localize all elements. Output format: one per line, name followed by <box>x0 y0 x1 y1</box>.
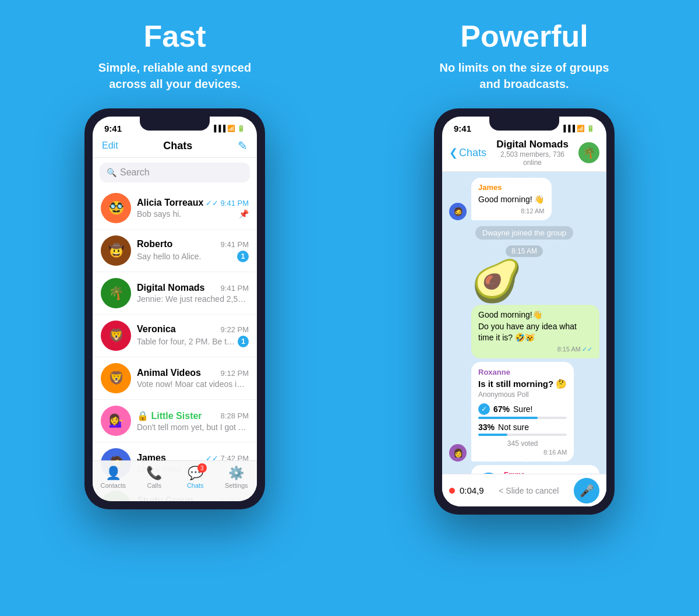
sticker: 🥑 <box>449 261 599 301</box>
left-phone-screen: 9:41 ▐▐▐ 📶 🔋 Edit Chats ✎ 🔍 Search 🥸Alic… <box>93 117 257 501</box>
bubble-time: 8:12 AM <box>478 207 545 216</box>
pin-icon: 📌 <box>239 209 249 219</box>
avatar: 🥸 <box>101 193 131 223</box>
chat-preview: Say hello to Alice. <box>137 252 202 261</box>
bubble-time: 8:15 AM ✓✓ <box>478 345 592 354</box>
chat-item[interactable]: 🌴Digital Nomads9:41 PMJennie: We just re… <box>93 272 257 315</box>
chat-info: Digital Nomads9:41 PMJennie: We just rea… <box>137 283 249 304</box>
chat-info: Animal Videos9:12 PMVote now! Moar cat v… <box>137 368 249 389</box>
tab-item[interactable]: 👤Contacts <box>93 466 134 489</box>
poll-bubble: RoxanneIs it still morning? 🤔Anonymous P… <box>471 362 574 462</box>
record-dot <box>449 488 455 494</box>
left-title: Fast <box>144 19 206 54</box>
message-row: Good morning!👋 Do you have any idea what… <box>449 305 599 358</box>
message-area: 🧔JamesGood morning! 👋8:12 AMDwayne joine… <box>442 172 606 506</box>
chat-preview: Bob says hi. <box>137 209 181 219</box>
search-icon: 🔍 <box>107 168 116 177</box>
chat-list: 🥸Alicia Torreaux✓✓ 9:41 PMBob says hi.📌🤠… <box>93 187 257 501</box>
status-time-left: 9:41 <box>104 124 122 133</box>
tab-label: Chats <box>187 482 204 489</box>
back-button[interactable]: ❮ Chats <box>449 146 486 159</box>
tab-bar: 👤Contacts📞Calls💬3Chats⚙️Settings <box>93 460 257 501</box>
compose-icon[interactable]: ✎ <box>238 139 248 153</box>
chat-preview: Vote now! Moar cat videos in this channe… <box>137 379 248 389</box>
poll-option[interactable]: 33%Not sure <box>478 423 567 436</box>
status-time-right: 9:41 <box>454 124 471 133</box>
avatar: 💁‍♀️ <box>101 406 131 436</box>
chat-name: Veronica <box>137 324 176 335</box>
avatar: 🌴 <box>101 278 131 308</box>
bubble-text: Good morning! 👋 <box>478 194 545 206</box>
notch-right <box>489 117 559 131</box>
left-phone: 9:41 ▐▐▐ 📶 🔋 Edit Chats ✎ 🔍 Search 🥸Alic… <box>84 108 265 509</box>
left-panel: Fast Simple, reliable and synced across … <box>0 0 350 616</box>
right-subtitle: No limits on the size of groups and broa… <box>431 59 617 92</box>
message-row: 🧔JamesGood morning! 👋8:12 AM <box>449 178 599 220</box>
poll-message-row: 👩RoxanneIs it still morning? 🤔Anonymous … <box>449 362 599 462</box>
chat-item[interactable]: 🦁Animal Videos9:12 PMVote now! Moar cat … <box>93 357 257 400</box>
chat-item[interactable]: 💁‍♀️🔒 Little Sister8:28 PMDon't tell mom… <box>93 400 257 442</box>
status-icons-left: ▐▐▐ 📶 🔋 <box>212 125 245 132</box>
chat-time: 9:22 PM <box>221 325 249 334</box>
message-bubble: Good morning!👋 Do you have any idea what… <box>471 305 599 358</box>
chat-info: 🔒 Little Sister8:28 PMDon't tell mom yet… <box>137 410 249 432</box>
avatar: 🦁 <box>101 321 131 351</box>
tab-label: Settings <box>225 482 248 489</box>
tab-icon: ⚙️ <box>228 466 244 480</box>
search-placeholder-text: Search <box>120 167 150 178</box>
chat-badge: 1 <box>237 251 249 262</box>
chat-time: 8:28 PM <box>221 411 249 420</box>
chat-name: 🔒 Little Sister <box>137 410 202 421</box>
right-phone: 9:41 ▐▐▐ 📶 🔋 ❮ Chats Digital Nomads 2,50… <box>434 108 615 515</box>
chat-item[interactable]: 🤠Roberto9:41 PMSay hello to Alice.1 <box>93 230 257 272</box>
group-avatar[interactable]: 🌴 <box>578 142 599 163</box>
time-separator: 8:15 AM <box>506 245 543 257</box>
tab-item[interactable]: ⚙️Settings <box>216 466 257 489</box>
mic-button[interactable]: 🎤 <box>574 478 599 504</box>
input-bar[interactable]: 0:04,9 < Slide to cancel 🎤 <box>442 474 606 506</box>
chat-item[interactable]: 🦁Veronica9:22 PMTable for four, 2 PM. Be… <box>93 315 257 357</box>
avatar: 🦁 <box>101 363 131 393</box>
chat-item[interactable]: 🥸Alicia Torreaux✓✓ 9:41 PMBob says hi.📌 <box>93 187 257 230</box>
message-bubble: JamesGood morning! 👋8:12 AM <box>471 178 552 220</box>
tab-item[interactable]: 📞Calls <box>134 466 175 489</box>
chat-time: ✓✓ 9:41 PM <box>206 199 249 207</box>
chats-edit-button[interactable]: Edit <box>102 140 118 151</box>
avatar: 🧔 <box>449 203 467 220</box>
avatar: 👩 <box>449 444 467 462</box>
chat-name: Alicia Torreaux <box>137 198 203 208</box>
tab-icon: 👤 <box>105 466 121 480</box>
bubble-text: Good morning!👋 Do you have any idea what… <box>478 309 592 344</box>
right-panel: Powerful No limits on the size of groups… <box>350 0 699 616</box>
chat-name: Animal Videos <box>137 368 201 378</box>
chat-time: 9:12 PM <box>221 369 249 378</box>
record-timer: 0:04,9 <box>460 485 484 495</box>
tab-icon: 📞 <box>146 466 162 480</box>
chat-preview: Jennie: We just reached 2,500 members! W… <box>137 294 248 304</box>
chats-title: Chats <box>163 140 192 152</box>
chat-preview: Don't tell mom yet, but I got the job! I… <box>137 423 248 432</box>
chat-preview: Table for four, 2 PM. Be there. <box>137 337 238 346</box>
right-title: Powerful <box>460 19 588 54</box>
tab-label: Contacts <box>101 482 126 489</box>
chat-name: Digital Nomads <box>137 283 204 293</box>
chat-detail-header: ❮ Chats Digital Nomads 2,503 members, 73… <box>442 136 606 172</box>
poll-option[interactable]: ✓67%Sure! <box>478 403 567 419</box>
chat-time: 9:41 PM <box>221 284 249 293</box>
right-phone-screen: 9:41 ▐▐▐ 📶 🔋 ❮ Chats Digital Nomads 2,50… <box>442 117 606 506</box>
slide-to-cancel: < Slide to cancel <box>489 486 569 495</box>
search-bar[interactable]: 🔍 Search <box>100 163 250 182</box>
chat-info: Roberto9:41 PMSay hello to Alice.1 <box>137 239 249 262</box>
status-icons-right: ▐▐▐ 📶 🔋 <box>562 125 595 132</box>
group-members: 2,503 members, 736 online <box>491 150 574 167</box>
chat-info: Veronica9:22 PMTable for four, 2 PM. Be … <box>137 324 249 347</box>
tab-badge: 3 <box>197 463 207 473</box>
chat-name: Roberto <box>137 239 172 249</box>
tab-item[interactable]: 💬3Chats <box>175 466 216 489</box>
group-name: Digital Nomads <box>491 139 574 150</box>
tab-label: Calls <box>147 482 161 489</box>
left-subtitle: Simple, reliable and synced across all y… <box>82 59 268 92</box>
chat-badge: 1 <box>238 336 249 347</box>
chat-info: Alicia Torreaux✓✓ 9:41 PMBob says hi.📌 <box>137 198 249 219</box>
notch <box>140 117 210 131</box>
